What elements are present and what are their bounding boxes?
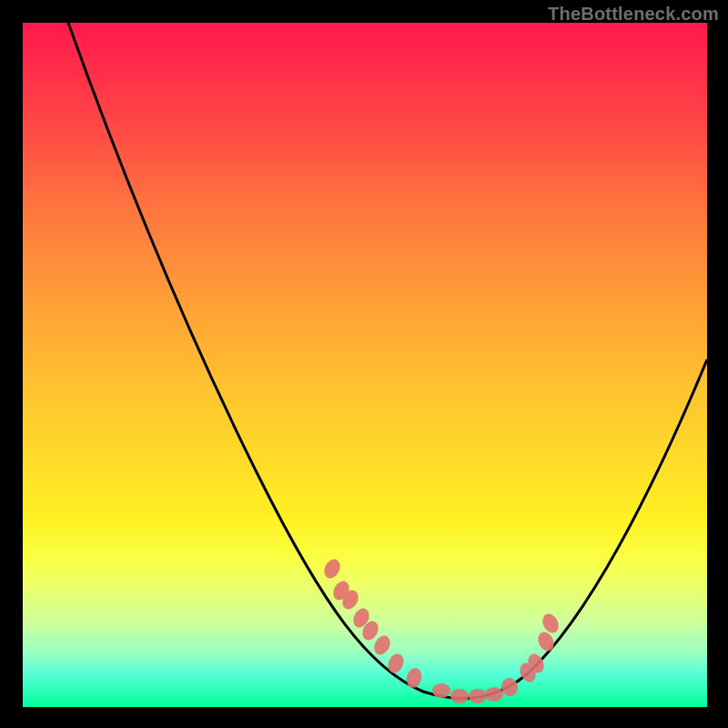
svg-point-0 — [321, 557, 343, 581]
marker-dots — [321, 557, 561, 703]
svg-point-7 — [405, 666, 424, 689]
svg-point-9 — [450, 689, 469, 703]
plot-svg — [23, 23, 707, 707]
watermark-text: TheBottleneck.com — [548, 4, 719, 25]
bottleneck-curve — [68, 23, 707, 698]
chart-frame — [23, 23, 707, 707]
svg-point-16 — [540, 612, 561, 636]
svg-point-15 — [535, 630, 557, 654]
svg-point-11 — [485, 687, 503, 702]
svg-point-10 — [469, 689, 487, 703]
svg-point-8 — [432, 683, 450, 698]
